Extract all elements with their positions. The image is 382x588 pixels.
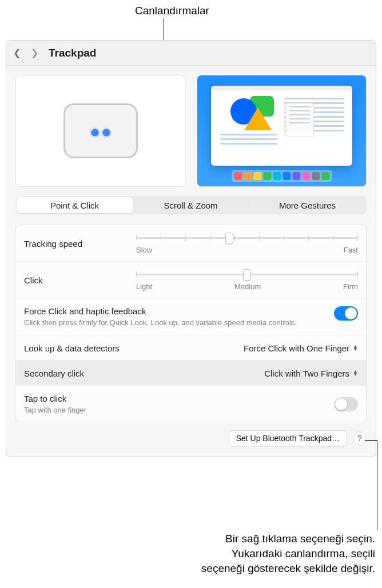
tap-to-click-label: Tap to click bbox=[24, 394, 86, 403]
sample-window bbox=[211, 86, 352, 166]
trackpad-animation-preview bbox=[15, 75, 185, 187]
help-button[interactable]: ? bbox=[353, 431, 367, 445]
tab-scroll-zoom[interactable]: Scroll & Zoom bbox=[133, 197, 249, 213]
touch-point-icon bbox=[91, 129, 99, 137]
touch-point-icon bbox=[102, 129, 110, 137]
tab-group: Point & Click Scroll & Zoom More Gesture… bbox=[15, 196, 367, 214]
tracking-speed-row: Tracking speed Slow Fast bbox=[16, 225, 366, 262]
force-click-toggle[interactable] bbox=[334, 306, 358, 321]
nav-forward-icon: ❯ bbox=[31, 47, 38, 58]
secondary-click-row: Secondary click Click with Two Fingers ▲… bbox=[16, 361, 366, 386]
settings-panel: Tracking speed Slow Fast Click bbox=[15, 225, 367, 422]
updown-icon: ▲▼ bbox=[353, 370, 358, 376]
page-title: Trackpad bbox=[49, 47, 96, 59]
tab-more-gestures[interactable]: More Gestures bbox=[249, 197, 365, 213]
settings-window: ❮ ❯ Trackpad bbox=[6, 40, 376, 457]
secondary-click-select[interactable]: Click with Two Fingers ▲▼ bbox=[264, 369, 358, 378]
force-click-label: Force Click and haptic feedback bbox=[24, 306, 297, 316]
tap-to-click-toggle[interactable] bbox=[334, 397, 358, 411]
click-low: Light bbox=[136, 282, 152, 291]
callout-top-label: Canlandırmalar bbox=[135, 5, 209, 17]
lookup-label: Look up & data detectors bbox=[24, 343, 120, 353]
nav-back-icon[interactable]: ❮ bbox=[13, 47, 21, 58]
click-row: Click Light Medium Firm bbox=[16, 262, 366, 298]
tap-to-click-row: Tap to click Tap with one finger bbox=[16, 386, 366, 422]
trackpad-icon bbox=[63, 103, 138, 158]
tracking-speed-low: Slow bbox=[136, 246, 152, 254]
dock-icon bbox=[232, 170, 332, 182]
setup-bluetooth-button[interactable]: Set Up Bluetooth Trackpad… bbox=[229, 430, 347, 446]
force-click-desc: Click then press firmly for Quick Look, … bbox=[24, 318, 297, 328]
secondary-click-label: Secondary click bbox=[24, 369, 84, 378]
click-mid: Medium bbox=[152, 282, 343, 291]
updown-icon: ▲▼ bbox=[353, 345, 358, 351]
tab-point-click[interactable]: Point & Click bbox=[17, 197, 133, 213]
tracking-speed-label: Tracking speed bbox=[24, 239, 127, 249]
callout-line-v bbox=[377, 440, 377, 530]
desktop-animation-preview bbox=[197, 75, 367, 187]
click-label: Click bbox=[24, 275, 127, 285]
callout-bottom-label: Bir sağ tıklama seçeneği seçin. Yukarıda… bbox=[201, 531, 375, 575]
force-click-row: Force Click and haptic feedback Click th… bbox=[16, 298, 366, 335]
click-high: Firm bbox=[343, 282, 358, 291]
titlebar: ❮ ❯ Trackpad bbox=[6, 41, 376, 66]
tracking-speed-slider[interactable] bbox=[136, 233, 358, 243]
tracking-speed-high: Fast bbox=[344, 246, 358, 254]
lookup-row: Look up & data detectors Force Click wit… bbox=[16, 335, 366, 361]
lookup-select[interactable]: Force Click with One Finger ▲▼ bbox=[244, 343, 358, 353]
callout-line-h bbox=[365, 440, 377, 441]
tap-to-click-desc: Tap with one finger bbox=[24, 405, 86, 415]
click-slider[interactable] bbox=[136, 270, 358, 280]
